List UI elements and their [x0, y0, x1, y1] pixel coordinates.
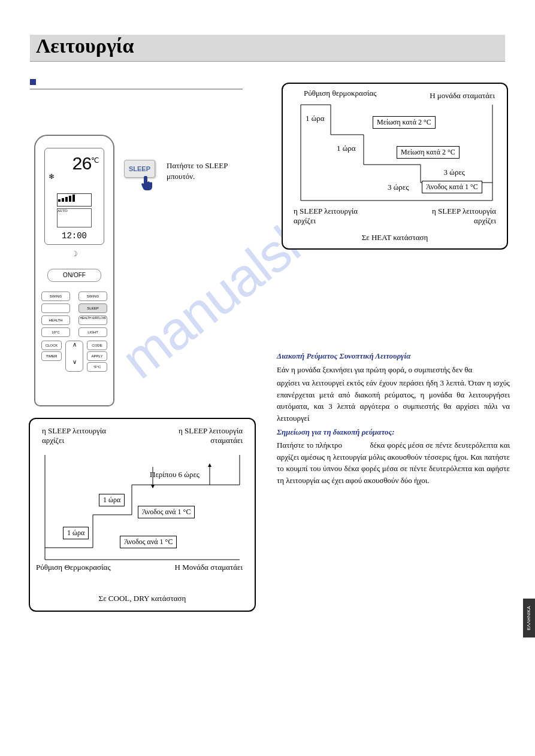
section-marker [30, 79, 36, 85]
cool-1h-2: 1 ώρα [63, 527, 89, 539]
cool-1h-1: 1 ώρα [99, 494, 125, 506]
down-arrow-icon[interactable]: ∨ [66, 359, 83, 365]
clock-button[interactable]: CLOCK [41, 341, 62, 350]
lcd-fan-bars [57, 193, 92, 207]
cool-inc2-box: Άνοδος ανά 1 °C [120, 536, 177, 548]
page-header: Λειτουργία [30, 35, 505, 62]
power-p1: Εάν η μονάδα ξεκινήσει για πρώτη φορά, ο… [277, 364, 510, 376]
note-p: Πατήστε το πλήκτρο δέκα φορές μέσα σε πέ… [277, 439, 510, 486]
onoff-button[interactable]: ON/OFF [47, 269, 101, 282]
heat-mode-label: Σε HEAT κατάσταση [283, 233, 507, 242]
sleep-instruction: Πατήστε το SLEEP μπουτόν. [167, 160, 256, 182]
heat-1h-2: 1 ώρα [337, 144, 356, 153]
svg-marker-21 [208, 463, 211, 467]
power-p2: αρχίσει να λειτουργεί εκτός εάν έχουν πε… [277, 377, 510, 424]
cool-inc1-box: Άνοδος ανά 1 °C [138, 506, 195, 518]
cool-sleep-start: η SLEEP λειτουργία αρχίζει [42, 426, 120, 445]
swing-l-button[interactable]: SWING [41, 292, 70, 301]
heat-diagram: Ρύθμιση θερμοκρασίας Η μονάδα σταματάει … [282, 83, 508, 250]
code-button[interactable]: CODE [87, 341, 107, 350]
cool-temp-setting: Ρύθμιση Θερμοκρασίας [36, 563, 111, 572]
heat-unit-stops-label: Η μονάδα σταματάει [430, 91, 495, 101]
power-section: Διακοπή Ρεύματος Συνοπτική Λειτουργία [277, 350, 510, 362]
sleep-remote-button[interactable]: SLEEP [78, 303, 107, 313]
cool-sleep-stop: η SLEEP λειτουργία σταματάει [159, 426, 243, 445]
remote-control: 26℃ ❄ AUTO 12:00 ☽ ON/OFF SWING SWING SL… [34, 135, 114, 406]
heat-sleep-start-r: η SLEEP λειτουργία αρχίζει [424, 207, 496, 226]
language-tab: ΕΛΛΗΝΙΚΑ [523, 599, 535, 637]
up-arrow-icon[interactable]: ∧ [66, 341, 83, 348]
heat-temp-setting-label: Ρύθμιση θερμοκρασίας [304, 89, 376, 98]
hand-pointer-icon [139, 175, 157, 193]
heat-dec1-box: Μείωση κατά 2 °C [373, 116, 436, 129]
heat-3h-2: 3 ώρες [388, 183, 409, 192]
section-rule [30, 89, 243, 90]
arrow-pad: ∧ ∨ [65, 341, 83, 372]
snowflake-icon: ❄ [49, 172, 55, 181]
page-title: Λειτουργία [30, 35, 505, 57]
apply-button[interactable]: APPLY [87, 351, 107, 361]
swing-r-button[interactable]: SWING [78, 292, 107, 301]
cool-unit-stops: Η Μονάδα σταματάει [175, 563, 243, 572]
power-heading: Διακοπή Ρεύματος Συνοπτική Λειτουργία [277, 350, 510, 362]
tenc-button[interactable]: 10°C [41, 327, 70, 337]
blank-button[interactable] [41, 303, 70, 313]
heat-inc-box: Άνοδος κατά 1 °C [422, 181, 482, 193]
lcd-clock: 12:00 [45, 231, 104, 241]
deg-button[interactable]: °F°C [87, 362, 107, 372]
note-heading: Σημείωση για τη διακοπή ρεύματος: [277, 426, 510, 438]
heat-dec2-box: Μείωση κατά 2 °C [397, 146, 460, 159]
heat-1h-1: 1 ώρα [306, 114, 325, 123]
cool-diagram: η SLEEP λειτουργία αρχίζει η SLEEP λειτο… [29, 418, 256, 612]
cool-approx6: Περίπου 6 ώρες [150, 470, 200, 479]
health-button[interactable]: HEALTH [41, 315, 70, 325]
remote-lcd: 26℃ ❄ AUTO 12:00 [44, 148, 104, 245]
svg-marker-19 [151, 485, 155, 488]
timer-button[interactable]: TIMER [41, 351, 62, 361]
remote-buttons: SWING SWING SLEEP HEALTH HEALTH AIRFLOW … [41, 292, 107, 396]
moon-icon: ☽ [35, 250, 113, 259]
heat-3h-1: 3 ώρες [444, 168, 465, 177]
cool-mode-label: Σε COOL, DRY κατάσταση [30, 594, 255, 603]
light-button[interactable]: LIGHT [78, 327, 107, 337]
heat-sleep-start-l: η SLEEP λειτουργία αρχίζει [294, 207, 365, 226]
note-section: Σημείωση για τη διακοπή ρεύματος: [277, 426, 510, 438]
airflow-button[interactable]: HEALTH AIRFLOW [78, 315, 107, 325]
lcd-temp: 26℃ [72, 154, 98, 175]
lcd-auto-icon: AUTO [57, 208, 92, 227]
